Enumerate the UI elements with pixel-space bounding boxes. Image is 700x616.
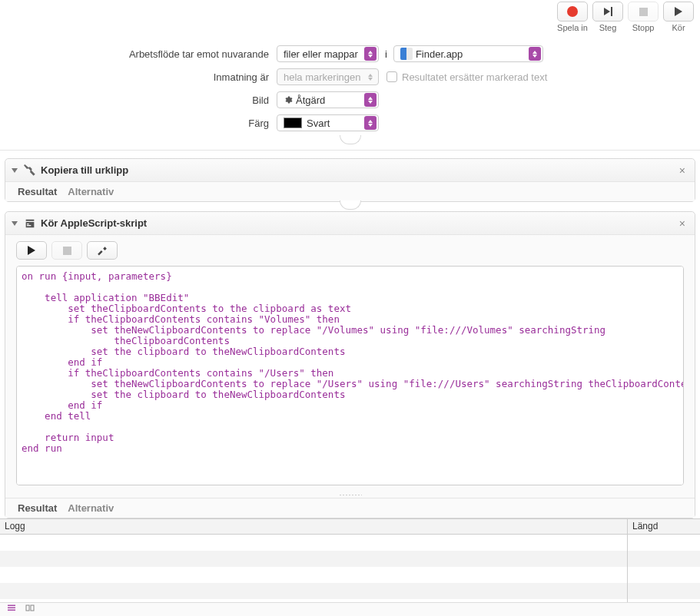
resize-grip[interactable]: [5, 492, 695, 498]
result-replaces-checkbox: [386, 71, 397, 82]
log-header-right: Längd: [628, 519, 700, 535]
connector-notch: [340, 200, 361, 210]
input-is-dropdown: hela markeringen: [277, 68, 379, 85]
image-label: Bild: [0, 94, 277, 106]
run-button[interactable]: [663, 2, 694, 22]
log-row: [628, 535, 700, 551]
stop-label: Stopp: [632, 23, 655, 32]
script-stop-button[interactable]: [51, 241, 82, 260]
applescript-editor[interactable]: on run {input, parameters} tell applicat…: [16, 266, 684, 485]
workflow-receives-label: Arbetsflöde tar emot nuvarande: [0, 48, 277, 60]
tab-result[interactable]: Resultat: [18, 186, 57, 197]
workflow-config: Arbetsflöde tar emot nuvarande filer ell…: [0, 35, 700, 151]
log-row: [0, 567, 627, 583]
list-view-icon[interactable]: [6, 604, 17, 615]
disclosure-triangle[interactable]: [12, 221, 18, 226]
log-row: [628, 583, 700, 599]
record-icon: [567, 6, 578, 17]
log-panel: Logg Längd: [0, 518, 700, 614]
stop-button[interactable]: [628, 2, 659, 22]
log-row: [628, 551, 700, 567]
action-run-applescript: Kör AppleScript-skript × on run {input, …: [5, 211, 695, 518]
close-icon[interactable]: ×: [676, 164, 688, 177]
play-icon: [28, 246, 35, 255]
svg-rect-2: [8, 610, 15, 611]
connector-notch: [340, 135, 361, 144]
log-row: [0, 535, 627, 551]
step-button[interactable]: [592, 2, 623, 22]
disclosure-triangle[interactable]: [12, 168, 18, 173]
workflow-receives-dropdown[interactable]: filer eller mappar: [277, 45, 379, 62]
chevron-updown-icon: [364, 70, 377, 84]
log-row: [0, 583, 627, 599]
action-title: Kopiera till urklipp: [41, 164, 676, 176]
run-label: Kör: [672, 23, 685, 32]
stop-icon: [63, 247, 71, 255]
color-dropdown[interactable]: Svart: [277, 114, 379, 131]
result-replaces-label: Resultatet ersätter markerad text: [402, 71, 547, 83]
svg-rect-4: [31, 605, 34, 611]
main-toolbar: Spela in Steg Stopp Kör: [0, 0, 700, 35]
color-label: Färg: [0, 118, 277, 129]
script-run-button[interactable]: [16, 241, 47, 260]
tab-options[interactable]: Alternativ: [68, 186, 114, 197]
applescript-icon: [24, 217, 36, 230]
log-row: [0, 551, 627, 567]
finder-icon: [400, 48, 413, 60]
status-bar: [0, 602, 700, 616]
log-header-left: Logg: [0, 519, 627, 535]
log-row: [628, 567, 700, 583]
action-copy-clipboard: Kopiera till urklipp × Resultat Alternat…: [5, 158, 695, 202]
chevron-updown-icon: [529, 47, 541, 61]
svg-rect-3: [26, 605, 29, 611]
chevron-updown-icon: [364, 93, 377, 107]
svg-rect-0: [8, 605, 15, 607]
tab-result[interactable]: Resultat: [18, 502, 57, 514]
tab-options[interactable]: Alternativ: [68, 502, 114, 514]
script-compile-button[interactable]: [87, 241, 118, 260]
close-icon[interactable]: ×: [676, 217, 688, 230]
color-swatch: [284, 118, 302, 128]
stop-icon: [639, 8, 648, 16]
chevron-updown-icon: [364, 116, 377, 130]
record-label: Spela in: [557, 23, 588, 32]
hammer-icon: [97, 245, 108, 256]
action-title: Kör AppleScript-skript: [41, 217, 676, 229]
chevron-updown-icon: [364, 47, 377, 61]
play-icon: [675, 7, 682, 16]
svg-rect-1: [8, 608, 15, 609]
image-dropdown[interactable]: Åtgärd: [277, 91, 379, 108]
record-button[interactable]: [557, 2, 588, 22]
gear-icon: [284, 95, 293, 104]
input-is-label: Inmatning är: [0, 71, 277, 83]
in-label: i: [385, 48, 387, 60]
step-icon: [604, 7, 612, 16]
columns-view-icon[interactable]: [25, 604, 35, 615]
application-dropdown[interactable]: Finder.app: [393, 45, 543, 62]
step-label: Steg: [599, 23, 617, 32]
tools-icon: [24, 164, 36, 177]
